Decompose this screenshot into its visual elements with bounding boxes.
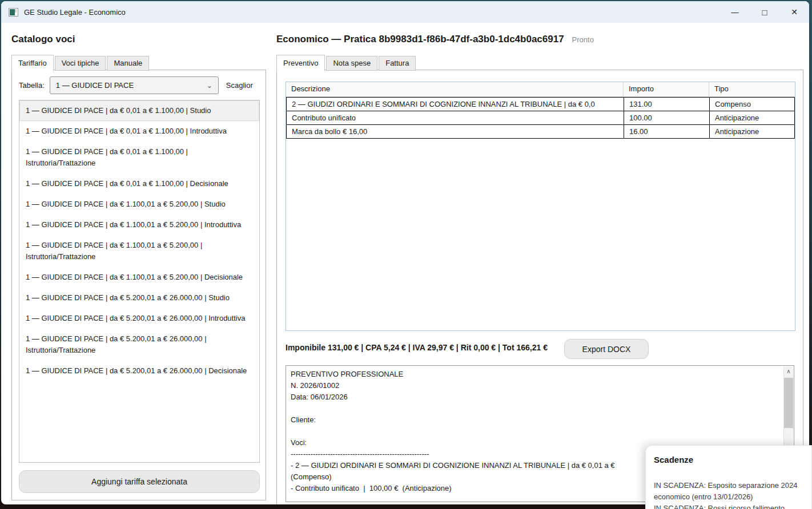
catalog-title: Catalogo voci [11,34,75,45]
scadenze-toast: Scadenze IN SCADENZA: Esposito separazio… [645,445,812,509]
preventivo-table: Descrizione Importo Tipo 2 — GIUDIZI ORD… [286,82,795,331]
list-item[interactable]: 1 — GIUDICE DI PACE | da € 0,01 a € 1.10… [19,173,259,194]
list-item[interactable]: 1 — GIUDICE DI PACE | da € 1.100,01 a € … [19,267,259,288]
column-header-descrizione[interactable]: Descrizione [286,82,624,96]
app-window: GE Studio Legale - Economico — □ ✕ Catal… [1,1,809,504]
tab-nota-spese[interactable]: Nota spese [326,56,377,71]
tab-label: Fattura [385,59,409,67]
tab-label: Tariffario [18,59,47,67]
app-icon [9,8,18,17]
list-item[interactable]: 1 — GIUDICE DI PACE | da € 5.200,01 a € … [19,288,259,308]
scrollbar-thumb[interactable] [784,378,793,428]
tabella-select[interactable]: 1 — GIUDICE DI PACE ⌄ [50,76,219,94]
list-item[interactable]: 1 — GIUDICE DI PACE | da € 0,01 a € 1.10… [19,100,259,121]
cell-descrizione: 2 — GIUDIZI ORDINARI E SOMMARI DI COGNIZ… [287,98,624,111]
scaglione-label: Scaglior [226,81,253,90]
chevron-down-icon: ⌄ [207,83,212,88]
tab-label: Nota spese [333,59,371,67]
tab-tariffario[interactable]: Tariffario [11,55,54,71]
table-row[interactable]: 2 — GIUDIZI ORDINARI E SOMMARI DI COGNIZ… [286,97,795,111]
cell-importo: 16.00 [624,125,710,138]
tabella-row: Tabella: 1 — GIUDICE DI PACE ⌄ Scaglior [19,76,270,94]
economico-title-text: Economico — Pratica 8b9983d1-f86b-47df-a… [276,34,564,45]
tab-fattura[interactable]: Fattura [379,56,416,71]
tabella-label: Tabella: [19,81,45,90]
column-header-importo[interactable]: Importo [624,82,709,96]
cell-tipo: Anticipazione [710,125,794,138]
tab-manuale[interactable]: Manuale [107,56,149,71]
tab-label: Voci tipiche [62,59,99,67]
economico-frame: Descrizione Importo Tipo 2 — GIUDIZI ORD… [276,70,803,504]
list-item[interactable]: 1 — GIUDICE DI PACE | da € 1.100,01 a € … [19,194,259,215]
tab-label: Manuale [114,59,142,67]
cell-tipo: Compenso [710,98,794,111]
table-header: Descrizione Importo Tipo [286,82,795,97]
list-item[interactable]: 1 — GIUDICE DI PACE | da € 1.100,01 a € … [19,235,259,267]
table-row[interactable]: Marca da bollo € 16,00 16.00 Anticipazio… [286,124,795,139]
window-title: GE Studio Legale - Economico [24,8,126,17]
cell-importo: 131.00 [624,98,710,111]
list-item[interactable]: 1 — GIUDICE DI PACE | da € 5.200,01 a € … [19,329,259,361]
economico-tabs: Preventivo Nota spese Fattura [276,55,417,71]
table-row[interactable]: Contributo unificato 100.00 Anticipazion… [286,111,795,125]
list-item[interactable]: 1 — GIUDICE DI PACE | da € 0,01 a € 1.10… [19,121,259,142]
scroll-up-icon[interactable]: ∧ [784,366,793,376]
catalog-frame: Tabella: 1 — GIUDICE DI PACE ⌄ Scaglior … [11,70,266,500]
column-header-tipo[interactable]: Tipo [709,82,795,96]
tariff-listbox[interactable]: 1 — GIUDICE DI PACE | da € 0,01 a € 1.10… [19,100,260,463]
toast-message: IN SCADENZA: Esposito separazione 2024 e… [654,480,807,503]
add-tariff-button[interactable]: Aggiungi tariffa selezionata [19,470,260,493]
cell-tipo: Anticipazione [710,111,794,124]
cell-descrizione: Marca da bollo € 16,00 [287,125,624,138]
list-item[interactable]: 1 — GIUDICE DI PACE | da € 1.100,01 a € … [19,215,259,235]
list-item[interactable]: 1 — GIUDICE DI PACE | da € 5.200,01 a € … [19,308,259,329]
tab-preventivo[interactable]: Preventivo [276,55,325,71]
catalog-tabs: Tariffario Voci tipiche Manuale [11,55,150,71]
toast-title: Scadenze [654,455,807,464]
status-badge: Pronto [572,35,594,44]
window-controls: — □ ✕ [720,1,809,23]
cell-descrizione: Contributo unificato [287,111,624,124]
maximize-button[interactable]: □ [750,1,779,23]
minimize-button[interactable]: — [720,1,750,23]
tab-label: Preventivo [283,59,318,67]
economico-title: Economico — Pratica 8b9983d1-f86b-47df-a… [276,34,594,45]
table-body: 2 — GIUDIZI ORDINARI E SOMMARI DI COGNIZ… [286,97,795,139]
tab-voci-tipiche[interactable]: Voci tipiche [55,56,106,71]
list-item[interactable]: 1 — GIUDICE DI PACE | da € 0,01 a € 1.10… [19,142,259,173]
export-docx-button[interactable]: Export DOCX [564,339,649,359]
tabella-select-value: 1 — GIUDICE DI PACE [56,81,134,90]
list-item[interactable]: 1 — GIUDICE DI PACE | da € 5.200,01 a € … [19,361,259,381]
close-button[interactable]: ✕ [779,1,809,23]
title-bar: GE Studio Legale - Economico — □ ✕ [1,1,809,23]
toast-message: IN SCADENZA: Rossi ricorso fallimento [654,503,807,509]
totals-summary: Imponibile 131,00 € | CPA 5,24 € | IVA 2… [286,343,548,352]
cell-importo: 100.00 [624,111,710,124]
